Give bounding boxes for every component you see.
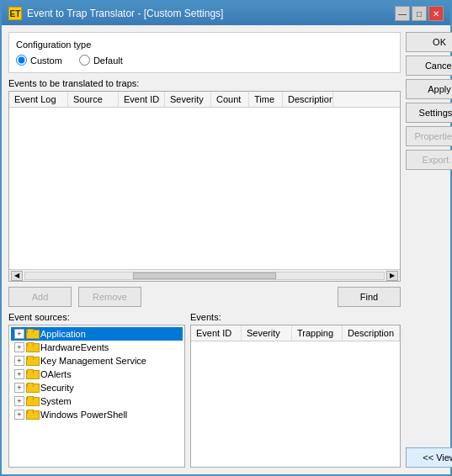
tree-item-label-hardwareevents: HardwareEvents xyxy=(40,342,109,352)
events-detail-table[interactable]: Event ID Severity Trapping Description xyxy=(190,325,401,468)
event-sources-panel: Event sources: + Application + HardwareE… xyxy=(8,312,185,468)
tree-item-label-powershell: Windows PowerShell xyxy=(40,410,127,420)
content-area: Configuration type Custom Default xyxy=(2,25,450,474)
folder-icon-system xyxy=(26,396,38,406)
bottom-buttons: Add Remove Find xyxy=(8,287,401,307)
expand-oalerts[interactable]: + xyxy=(14,369,24,379)
events-section: Events to be translated to traps: Event … xyxy=(8,78,401,282)
maximize-button[interactable]: □ xyxy=(412,6,427,21)
main-area: Configuration type Custom Default xyxy=(8,32,444,468)
find-button[interactable]: Find xyxy=(338,287,401,307)
radio-custom[interactable]: Custom xyxy=(16,55,62,66)
expand-system[interactable]: + xyxy=(14,396,24,406)
window-title: Event to Trap Translator - [Custom Setti… xyxy=(27,8,223,19)
events-detail-body[interactable] xyxy=(191,341,400,467)
tree-item-hardwareevents[interactable]: + HardwareEvents xyxy=(11,341,183,354)
scroll-right[interactable]: ▶ xyxy=(386,271,398,281)
events-table-body[interactable] xyxy=(9,108,400,269)
tree-item-oalerts[interactable]: + OAlerts xyxy=(11,368,183,381)
add-remove-buttons: Add Remove xyxy=(8,287,141,307)
lower-section: Event sources: + Application + HardwareE… xyxy=(8,312,401,468)
expand-keymanagement[interactable]: + xyxy=(14,356,24,366)
main-window: ET Event to Trap Translator - [Custom Se… xyxy=(0,0,452,476)
close-button[interactable]: ✕ xyxy=(428,6,444,21)
radio-custom-label: Custom xyxy=(30,56,62,66)
events-detail-header: Event ID Severity Trapping Description xyxy=(191,325,400,341)
radio-default-input[interactable] xyxy=(79,55,90,66)
apply-button[interactable]: Apply xyxy=(406,79,452,99)
app-icon: ET xyxy=(8,7,22,20)
tree-item-label-system: System xyxy=(40,396,72,406)
remove-button[interactable]: Remove xyxy=(78,287,141,307)
col-severity: Severity xyxy=(165,92,211,107)
radio-group: Custom Default xyxy=(16,55,393,66)
folder-icon-hardwareevents xyxy=(26,342,38,352)
event-sources-tree[interactable]: + Application + HardwareEvents + xyxy=(8,325,185,468)
col-source: Source xyxy=(68,92,119,107)
event-sources-label: Event sources: xyxy=(8,312,185,322)
right-panel: OK Cancel Apply Settings... Properties..… xyxy=(406,32,452,468)
events-col-severity: Severity xyxy=(242,325,292,341)
view-button[interactable]: << View xyxy=(406,447,452,468)
title-bar-controls: — □ ✕ xyxy=(395,6,444,21)
horizontal-scrollbar[interactable]: ◀ ▶ xyxy=(9,269,400,281)
folder-icon-keymanagement xyxy=(26,356,38,366)
col-time: Time xyxy=(249,92,283,107)
events-detail-label: Events: xyxy=(190,312,401,322)
tree-item-powershell[interactable]: + Windows PowerShell xyxy=(11,408,183,421)
add-button[interactable]: Add xyxy=(8,287,72,307)
tree-item-security[interactable]: + Security xyxy=(11,381,183,394)
ok-button[interactable]: OK xyxy=(406,32,452,52)
expand-security[interactable]: + xyxy=(14,383,24,393)
title-bar: ET Event to Trap Translator - [Custom Se… xyxy=(2,2,450,25)
scroll-thumb xyxy=(133,272,276,279)
tree-item-system[interactable]: + System xyxy=(11,394,183,408)
radio-default-label: Default xyxy=(93,56,123,66)
events-col-eventid: Event ID xyxy=(191,325,242,341)
col-eventid: Event ID xyxy=(119,92,165,107)
folder-icon-security xyxy=(26,383,38,393)
scroll-left[interactable]: ◀ xyxy=(11,271,23,281)
events-section-label: Events to be translated to traps: xyxy=(8,78,401,88)
left-panel: Configuration type Custom Default xyxy=(8,32,401,468)
col-count: Count xyxy=(211,92,249,107)
expand-application[interactable]: + xyxy=(14,329,24,339)
export-button[interactable]: Export... xyxy=(406,150,452,170)
tree-item-label-application: Application xyxy=(40,329,86,339)
expand-hardwareevents[interactable]: + xyxy=(14,342,24,352)
properties-button[interactable]: Properties... xyxy=(406,126,452,146)
config-section: Configuration type Custom Default xyxy=(8,32,401,73)
radio-default[interactable]: Default xyxy=(79,55,123,66)
radio-custom-input[interactable] xyxy=(16,55,27,66)
tree-item-application[interactable]: + Application xyxy=(11,327,183,341)
folder-icon-application xyxy=(26,329,38,339)
tree-item-label-oalerts: OAlerts xyxy=(40,369,72,379)
tree-item-label-keymanagement: Key Management Service xyxy=(40,356,146,366)
settings-button[interactable]: Settings... xyxy=(406,103,452,123)
tree-item-label-security: Security xyxy=(40,383,74,393)
events-table[interactable]: Event Log Source Event ID Severity Count… xyxy=(8,91,401,282)
minimize-button[interactable]: — xyxy=(395,6,410,21)
events-table-header: Event Log Source Event ID Severity Count… xyxy=(9,92,400,108)
tree-item-keymanagement[interactable]: + Key Management Service xyxy=(11,354,183,368)
col-eventlog: Event Log xyxy=(9,92,68,107)
events-col-description: Description xyxy=(343,325,400,341)
events-col-trapping: Trapping xyxy=(292,325,343,341)
col-description: Description xyxy=(283,92,333,107)
scroll-track[interactable] xyxy=(24,272,385,280)
expand-powershell[interactable]: + xyxy=(14,410,24,420)
events-detail-panel: Events: Event ID Severity Trapping Descr… xyxy=(190,312,401,468)
config-label: Configuration type xyxy=(16,40,393,50)
cancel-button[interactable]: Cancel xyxy=(406,56,452,76)
folder-icon-powershell xyxy=(26,410,38,420)
folder-icon-oalerts xyxy=(26,369,38,379)
